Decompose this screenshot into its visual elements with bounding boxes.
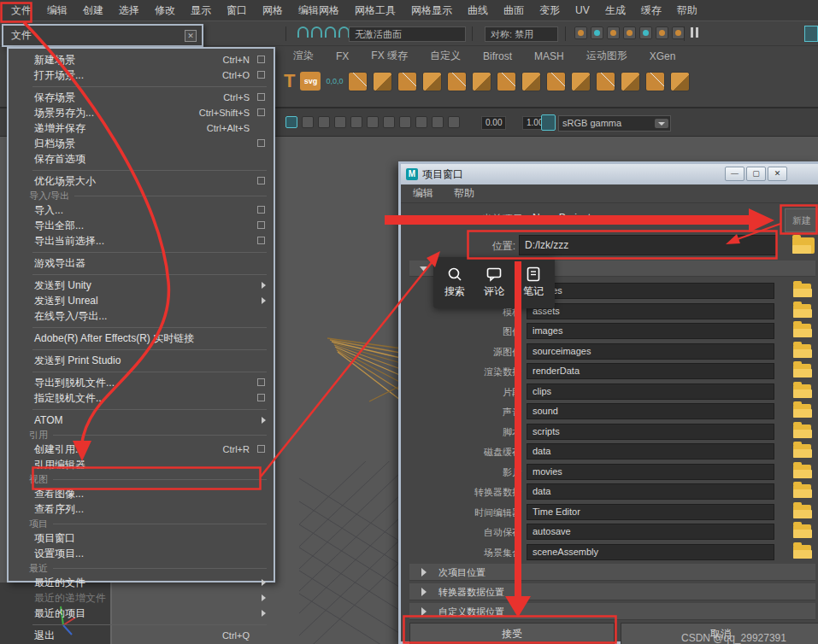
- menubar-item-窗口[interactable]: 窗口: [219, 0, 255, 20]
- menubar-item-缓存[interactable]: 缓存: [633, 0, 669, 20]
- browse-button[interactable]: [793, 465, 811, 478]
- row-field-sceneAssembly[interactable]: sceneAssembly: [527, 544, 774, 560]
- file-menu-item-新建场景[interactable]: 新建场景Ctrl+N: [9, 52, 274, 67]
- popup-item-笔记[interactable]: 笔记: [523, 266, 544, 299]
- polygon-diamond-icon[interactable]: [497, 72, 516, 91]
- render-current-frame-icon[interactable]: [591, 26, 603, 39]
- polygon-mirror-icon[interactable]: [621, 72, 640, 91]
- shelf-tab-FX 缓存[interactable]: FX 缓存: [360, 49, 419, 63]
- browse-location-button[interactable]: [792, 237, 815, 254]
- file-menu-item-保存首选项[interactable]: 保存首选项: [9, 151, 274, 167]
- row-field-assets[interactable]: assets: [527, 303, 774, 319]
- gamma-dropdown[interactable]: sRGB gamma: [558, 115, 671, 132]
- file-menu-item-退出[interactable]: 退出Ctrl+Q: [9, 628, 274, 643]
- shelf-tab-MASH[interactable]: MASH: [523, 50, 575, 62]
- new-project-button[interactable]: 新建: [785, 208, 818, 232]
- browse-button[interactable]: [793, 344, 811, 358]
- menubar-item-网格显示[interactable]: 网格显示: [403, 0, 460, 20]
- row-field-scripts[interactable]: scripts: [527, 424, 774, 440]
- snap-curve-magnet-icon[interactable]: [311, 26, 322, 38]
- browse-button[interactable]: [793, 524, 811, 538]
- menubar-item-网格[interactable]: 网格: [255, 0, 291, 20]
- browse-button[interactable]: [793, 424, 811, 438]
- snap-point-magnet-icon[interactable]: [325, 26, 336, 38]
- browse-button[interactable]: [793, 304, 811, 318]
- menubar-item-帮助[interactable]: 帮助: [669, 0, 705, 20]
- file-menu-item-发送到 Unreal[interactable]: 发送到 Unreal: [9, 293, 274, 308]
- file-menu-item-归档场景[interactable]: 归档场景: [9, 136, 274, 151]
- row-field-movies[interactable]: movies: [527, 464, 774, 480]
- browse-button[interactable]: [793, 324, 811, 337]
- collapsed-section-自定义数据位置[interactable]: 自定义数据位置: [409, 603, 815, 620]
- shaded-sphere-icon[interactable]: [302, 116, 314, 128]
- menubar-item-显示[interactable]: 显示: [183, 0, 219, 20]
- row-field-data[interactable]: data: [527, 443, 774, 460]
- file-menu-item-查看图像...[interactable]: 查看图像...: [9, 486, 274, 501]
- menu-edit[interactable]: 编辑: [413, 186, 433, 201]
- row-field-clips[interactable]: clips: [527, 383, 774, 400]
- lighting-icon[interactable]: [334, 116, 346, 128]
- menubar-item-UV[interactable]: UV: [568, 0, 597, 20]
- color-management-icon[interactable]: [541, 114, 556, 131]
- polygon-pipe-icon[interactable]: [447, 72, 467, 91]
- popup-item-评论[interactable]: 评论: [484, 266, 504, 299]
- browse-button[interactable]: [793, 404, 811, 418]
- file-menu-item-最近的项目[interactable]: 最近的项目: [9, 606, 274, 621]
- shelf-tab-Bifrost[interactable]: Bifrost: [472, 50, 523, 62]
- shelf-tab-XGen[interactable]: XGen: [639, 50, 687, 62]
- snap-grid-magnet-icon[interactable]: [297, 26, 309, 38]
- file-menu-item-最近的递增文件[interactable]: 最近的递增文件: [9, 590, 274, 606]
- paint-effects-icon[interactable]: [672, 26, 685, 39]
- close-button[interactable]: ✕: [768, 167, 787, 181]
- ao-icon[interactable]: [367, 116, 379, 128]
- menubar-item-变形[interactable]: 变形: [532, 0, 568, 20]
- row-field-autosave[interactable]: autosave: [527, 524, 774, 540]
- option-box-icon[interactable]: [257, 237, 265, 244]
- collapsed-triangle-icon[interactable]: [421, 568, 427, 577]
- file-menu-item-优化场景大小[interactable]: 优化场景大小: [9, 173, 274, 189]
- shelf-tab-运动图形[interactable]: 运动图形: [575, 49, 639, 63]
- file-menu-item-创建引用...[interactable]: 创建引用...Ctrl+R: [9, 442, 274, 457]
- browse-button[interactable]: [793, 284, 811, 297]
- multi-cut-icon[interactable]: [670, 72, 690, 91]
- collapsed-triangle-icon[interactable]: [421, 588, 427, 596]
- option-box-icon[interactable]: [257, 221, 265, 229]
- row-field-Time Editor[interactable]: Time Editor: [527, 504, 774, 520]
- file-menu-item-导出全部...[interactable]: 导出全部...: [9, 218, 274, 233]
- shelf-tab-自定义[interactable]: 自定义: [419, 49, 472, 63]
- browse-button[interactable]: [793, 545, 811, 559]
- file-menu-item-在线导入/导出...[interactable]: 在线导入/导出...: [9, 308, 274, 324]
- collapsed-triangle-icon[interactable]: [421, 607, 427, 616]
- shelf-tab-渲染[interactable]: 渲染: [282, 49, 325, 63]
- minimize-button[interactable]: —: [725, 167, 744, 181]
- textured-cube-icon[interactable]: [318, 116, 330, 128]
- menubar-item-曲面[interactable]: 曲面: [496, 0, 532, 20]
- menubar-item-生成[interactable]: 生成: [597, 0, 633, 20]
- browse-button[interactable]: [793, 364, 811, 378]
- option-box-icon[interactable]: [257, 71, 265, 79]
- file-menu-item-设置项目...[interactable]: 设置项目...: [9, 546, 274, 561]
- location-input[interactable]: D:/lzk/zzz: [519, 235, 777, 255]
- file-menu-titlebar[interactable]: 文件 ✕: [2, 24, 203, 47]
- option-box-icon[interactable]: [257, 378, 265, 386]
- menubar-item-编辑[interactable]: 编辑: [39, 0, 75, 20]
- menubar-item-网格工具[interactable]: 网格工具: [347, 0, 403, 20]
- file-menu-item-游戏导出器[interactable]: 游戏导出器: [9, 255, 274, 271]
- lattice-icon[interactable]: [645, 72, 665, 91]
- option-box-icon[interactable]: [257, 394, 265, 401]
- shadow-icon[interactable]: [350, 116, 362, 128]
- collapsed-section-转换器数据位置[interactable]: 转换器数据位置: [409, 583, 815, 600]
- file-menu-item-ATOM[interactable]: ATOM: [9, 413, 274, 428]
- file-menu-item-打开场景...[interactable]: 打开场景...Ctrl+O: [9, 67, 274, 83]
- browse-button[interactable]: [793, 384, 811, 398]
- render-view-icon[interactable]: [574, 26, 587, 39]
- file-menu-item-指定脱机文件...[interactable]: 指定脱机文件...: [9, 390, 274, 406]
- menubar-item-编辑网格[interactable]: 编辑网格: [291, 0, 347, 20]
- render-settings-icon[interactable]: [623, 26, 636, 39]
- file-menu-item-最近的文件[interactable]: 最近的文件: [9, 575, 274, 590]
- option-box-icon[interactable]: [257, 139, 265, 147]
- option-box-icon[interactable]: [257, 108, 265, 116]
- sidebar-toggle-icon[interactable]: [804, 26, 818, 42]
- file-menu-item-保存场景[interactable]: 保存场景Ctrl+S: [9, 90, 274, 105]
- menubar-item-选择[interactable]: 选择: [111, 0, 147, 20]
